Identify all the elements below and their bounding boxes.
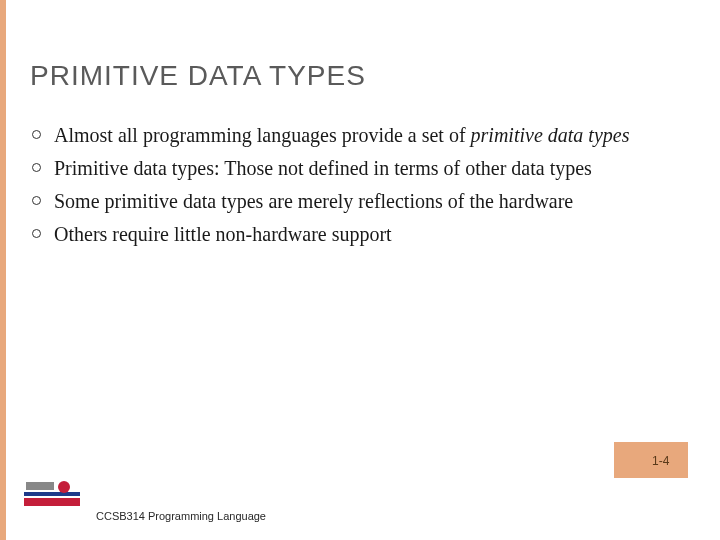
bullet-text: Some primitive data types are merely ref… [54, 190, 573, 212]
page-number-badge: 1-4 [614, 442, 688, 478]
bullet-list: Almost all programming languages provide… [30, 122, 680, 248]
svg-point-2 [58, 481, 70, 493]
bullet-italic: primitive data types [471, 124, 630, 146]
list-item: Primitive data types: Those not defined … [30, 155, 680, 182]
svg-rect-1 [24, 492, 80, 496]
bullet-text: Primitive data types: Those not defined … [54, 157, 592, 179]
university-logo [24, 478, 80, 506]
svg-rect-3 [26, 482, 54, 490]
svg-rect-0 [24, 498, 80, 506]
bullet-text: Almost all programming languages provide… [54, 124, 471, 146]
list-item: Almost all programming languages provide… [30, 122, 680, 149]
accent-bar [0, 0, 6, 540]
list-item: Some primitive data types are merely ref… [30, 188, 680, 215]
bullet-text: Others require little non-hardware suppo… [54, 223, 392, 245]
slide-content: PRIMITIVE DATA TYPES Almost all programm… [0, 0, 720, 248]
page-number: 1-4 [652, 454, 669, 468]
footer-text: CCSB314 Programming Language [96, 510, 266, 522]
slide-title: PRIMITIVE DATA TYPES [30, 60, 680, 92]
list-item: Others require little non-hardware suppo… [30, 221, 680, 248]
